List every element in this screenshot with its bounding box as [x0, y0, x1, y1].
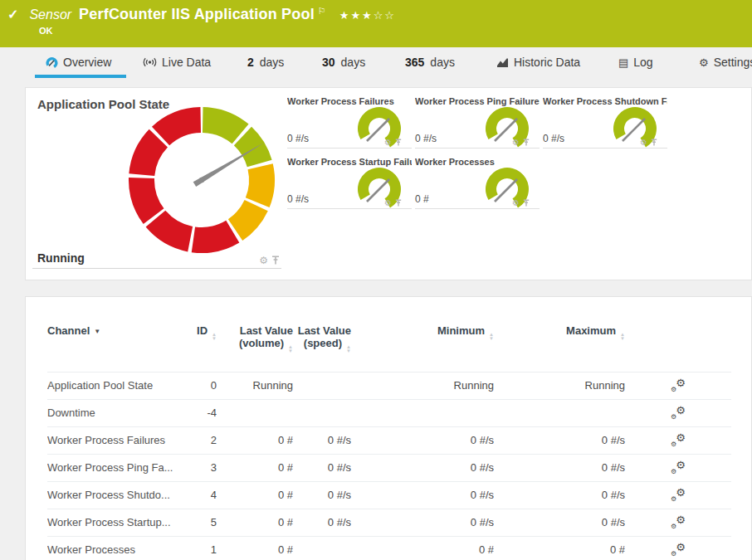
column-header-maximum[interactable]: Maximum▲▼	[494, 324, 625, 372]
cell-speed: 0 #/s	[293, 426, 351, 454]
column-header-last-value[interactable]: Last Value(volume)▲▼	[217, 324, 293, 372]
gauge-settings-gear-icon[interactable]: ⚙	[259, 256, 268, 265]
cell-channel: Worker Processes	[47, 536, 192, 560]
cell-id: 0	[192, 372, 217, 399]
cell-id: 1	[192, 536, 217, 560]
pin-icon[interactable]	[523, 139, 530, 147]
pin-icon[interactable]	[395, 139, 402, 147]
column-header-last-value[interactable]: Last Value(speed)▲▼	[293, 324, 351, 372]
mini-gauge-value: 0 #/s	[287, 193, 309, 205]
tab-30-days[interactable]: 30days	[322, 56, 365, 69]
column-header-channel[interactable]: Channel▼	[47, 324, 192, 372]
gauge-settings-gear-icon[interactable]: ⚙	[640, 139, 647, 147]
column-header-id[interactable]: ID▲▼	[192, 324, 217, 372]
column-header-minimum[interactable]: Minimum▲▼	[351, 324, 494, 372]
channel-settings-gears-icon[interactable]: ⚙⚙	[671, 488, 686, 500]
cell-settings: ⚙⚙	[625, 481, 731, 509]
table-row: Worker Process Shutdo...40 #0 #/s0 #/s0 …	[47, 481, 731, 509]
tab-live-data[interactable]: Live Data	[143, 56, 211, 69]
cell-settings: ⚙⚙	[625, 454, 731, 481]
cell-min: 0 #/s	[351, 509, 494, 536]
mini-gauge-panel: Worker Processes0 #⚙	[415, 157, 540, 209]
main-gauge-footer: Running ⚙	[32, 249, 281, 269]
cell-vol: 0 #	[217, 426, 293, 454]
channel-settings-gears-icon[interactable]: ⚙⚙	[671, 515, 686, 528]
mini-gauge-panel: Worker Process Startup Failu...0 #/s⚙	[287, 157, 412, 209]
cell-max: 0 #	[494, 536, 625, 560]
cell-max: 0 #/s	[494, 509, 625, 536]
application-pool-state-gauge	[123, 101, 281, 259]
tab-365-days[interactable]: 365days	[405, 56, 455, 69]
cell-id: 4	[192, 481, 217, 509]
status-ok-check-icon: ✓	[7, 7, 18, 22]
cell-id: 2	[192, 426, 217, 454]
cell-channel: Worker Process Startup...	[47, 509, 192, 536]
historic-icon	[496, 57, 509, 68]
gauge-settings-gear-icon[interactable]: ⚙	[512, 139, 520, 147]
cell-settings: ⚙⚙	[625, 426, 731, 454]
mini-gauge-title: Worker Process Startup Failu...	[287, 157, 412, 167]
column-sublabel: (speed)	[304, 337, 342, 349]
sort-both-icon: ▲▼	[489, 333, 494, 341]
cell-settings: ⚙⚙	[625, 509, 731, 536]
gauge-segment-yellow	[246, 163, 275, 207]
cell-channel: Worker Process Ping Fa...	[47, 454, 192, 481]
flag-icon[interactable]: ⚐	[318, 6, 326, 17]
mini-gauge-title: Worker Process Failures	[287, 96, 412, 106]
cell-speed	[293, 536, 351, 560]
column-label: Channel	[47, 324, 90, 337]
cell-min: 0 #/s	[351, 426, 494, 454]
mini-gauge-value: 0 #	[415, 193, 429, 205]
channel-settings-gears-icon[interactable]: ⚙⚙	[671, 460, 686, 473]
column-label: Minimum	[437, 324, 485, 337]
cell-max: 0 #/s	[494, 454, 625, 481]
cell-min: 0 #	[351, 536, 494, 560]
cell-min: 0 #/s	[351, 454, 494, 481]
sort-both-icon: ▲▼	[346, 345, 351, 353]
cell-min	[351, 399, 494, 426]
tab-label: Settings	[714, 56, 752, 69]
pin-icon[interactable]	[523, 199, 530, 207]
cell-id: -4	[192, 399, 217, 426]
sort-both-icon: ▲▼	[288, 345, 293, 353]
tab-label: days	[430, 56, 455, 69]
cell-vol: 0 #	[217, 536, 293, 560]
channel-settings-gears-icon[interactable]: ⚙⚙	[671, 378, 686, 391]
pin-icon[interactable]	[271, 256, 280, 265]
channel-settings-gears-icon[interactable]: ⚙⚙	[671, 543, 686, 555]
cell-speed: 0 #/s	[293, 454, 351, 481]
active-tab-underline	[35, 75, 126, 78]
tab-historic-data[interactable]: Historic Data	[496, 56, 580, 69]
tab-settings[interactable]: ⚙Settings	[699, 56, 752, 69]
cell-speed	[293, 372, 351, 399]
cell-settings: ⚙⚙	[625, 372, 731, 399]
object-kind-label: Sensor	[29, 7, 71, 22]
tab-2-days[interactable]: 2days	[247, 56, 284, 69]
cell-id: 3	[192, 454, 217, 481]
gauge-settings-gear-icon[interactable]: ⚙	[384, 199, 392, 207]
cell-max: 0 #/s	[494, 426, 625, 454]
pin-icon[interactable]	[395, 199, 402, 207]
gauge-settings-gear-icon[interactable]: ⚙	[512, 199, 520, 207]
sensor-title: PerfCounter IIS Application Pool	[79, 6, 315, 23]
table-row: Downtime-4⚙⚙	[47, 399, 731, 426]
tab-label: days	[341, 56, 366, 69]
tab-log[interactable]: ▤Log	[618, 56, 653, 69]
tab-bar: OverviewLive Data2days30days365daysHisto…	[0, 47, 752, 80]
tab-overview[interactable]: Overview	[46, 56, 111, 69]
cell-max: 0 #/s	[494, 481, 625, 509]
column-header-settings	[625, 324, 731, 372]
gauge-settings-gear-icon[interactable]: ⚙	[384, 139, 392, 147]
priority-stars[interactable]: ★★★☆☆	[339, 9, 396, 22]
column-label: Last Value	[240, 324, 293, 337]
cell-vol: 0 #	[217, 454, 293, 481]
cell-speed: 0 #/s	[293, 481, 351, 509]
channel-settings-gears-icon[interactable]: ⚙⚙	[671, 433, 686, 446]
table-row: Worker Process Startup...50 #0 #/s0 #/s0…	[47, 509, 731, 536]
table-row: Worker Process Failures20 #0 #/s0 #/s0 #…	[47, 426, 731, 454]
cell-settings: ⚙⚙	[625, 536, 731, 560]
pin-icon[interactable]	[651, 139, 657, 147]
mini-gauge-title: Worker Process Shutdown Fa...	[543, 96, 667, 106]
channel-settings-gears-icon[interactable]: ⚙⚙	[671, 406, 686, 418]
cell-channel: Application Pool State	[47, 372, 192, 399]
